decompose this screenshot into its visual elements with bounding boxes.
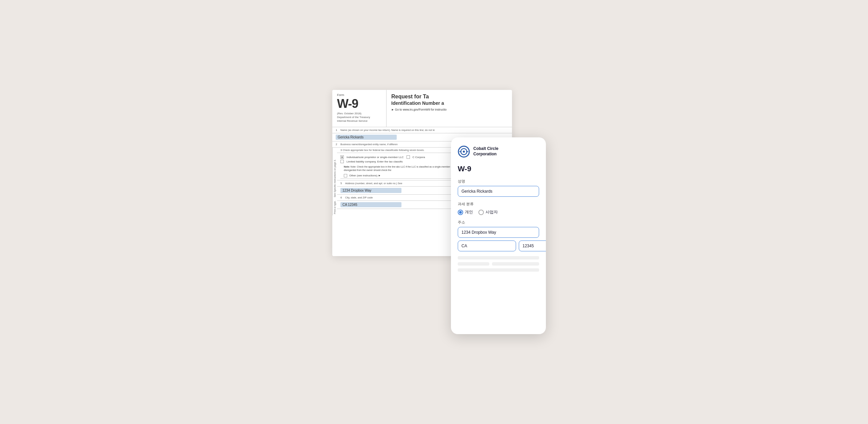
state-input[interactable] xyxy=(458,240,516,251)
address-input[interactable] xyxy=(458,227,539,238)
form-title: W-9 xyxy=(337,97,381,111)
doc-title-sub: Identification Number a xyxy=(391,100,507,106)
mobile-card: Cobalt Circle Corporation W-9 성명 과세 분류 개… xyxy=(451,137,546,334)
field-1-number: 1 xyxy=(336,129,338,132)
checkbox-ccorp-label: C Corpora xyxy=(413,156,425,159)
field-2-number: 2 xyxy=(336,143,338,146)
field-5-value: 1234 Dropbox Way xyxy=(340,188,401,193)
tax-radio-group: 개인 사업자 xyxy=(458,209,539,215)
radio-business-dot[interactable] xyxy=(478,210,484,215)
doc-title-main: Request for Ta xyxy=(391,93,507,100)
radio-individual-label: 개인 xyxy=(465,209,473,215)
radio-business[interactable]: 사업자 xyxy=(478,209,498,215)
card-bottom xyxy=(458,274,539,288)
svg-point-2 xyxy=(463,151,465,153)
field-6-value: CA 12345 xyxy=(340,202,401,207)
skeleton-row-1 xyxy=(458,262,539,266)
state-zip-row xyxy=(458,240,539,251)
form-label: Form xyxy=(337,93,381,97)
tax-label: 과세 분류 xyxy=(458,201,539,207)
checkbox-individual-label: Individual/sole proprietor or single-mem… xyxy=(347,156,404,159)
skeleton-long-1 xyxy=(492,262,539,266)
side-label: Print or type. See Specific Instructions… xyxy=(332,148,337,215)
cobalt-circle-logo xyxy=(458,146,470,158)
card-header: Cobalt Circle Corporation xyxy=(458,146,539,158)
checkbox-llc-label: Limited liability company. Enter the tax… xyxy=(347,160,403,163)
skeleton-1 xyxy=(458,256,539,259)
card-form-title: W-9 xyxy=(458,165,539,173)
radio-individual[interactable]: 개인 xyxy=(458,209,473,215)
checkbox-other xyxy=(344,174,347,177)
skeleton-2 xyxy=(458,268,539,272)
radio-individual-dot[interactable] xyxy=(458,210,463,215)
field-1-row: 1 Name (as shown on your income tax retu… xyxy=(332,127,512,133)
form-rev: (Rev. October 2018) Department of the Tr… xyxy=(337,112,381,123)
zip-input[interactable] xyxy=(519,240,546,251)
checkbox-llc xyxy=(340,160,344,163)
checkbox-ccorp xyxy=(407,155,410,159)
skeleton-short-1 xyxy=(458,262,489,266)
name-input[interactable] xyxy=(458,186,539,197)
address-label: 주소 xyxy=(458,220,539,225)
field-1-label: Name (as shown on your income tax return… xyxy=(340,129,435,132)
checkbox-individual: X xyxy=(340,155,344,159)
field-1-value: Gericka Rickards xyxy=(336,135,397,140)
name-label: 성명 xyxy=(458,179,539,184)
main-scene: Form W-9 (Rev. October 2018) Department … xyxy=(332,90,536,334)
goto-text: ► Go to www.irs.gov/FormW9 for instructi… xyxy=(391,108,507,111)
field-2-label: Business name/disregarded entity name, i… xyxy=(340,143,398,146)
radio-business-label: 사업자 xyxy=(486,209,498,215)
company-name: Cobalt Circle Corporation xyxy=(473,146,498,157)
